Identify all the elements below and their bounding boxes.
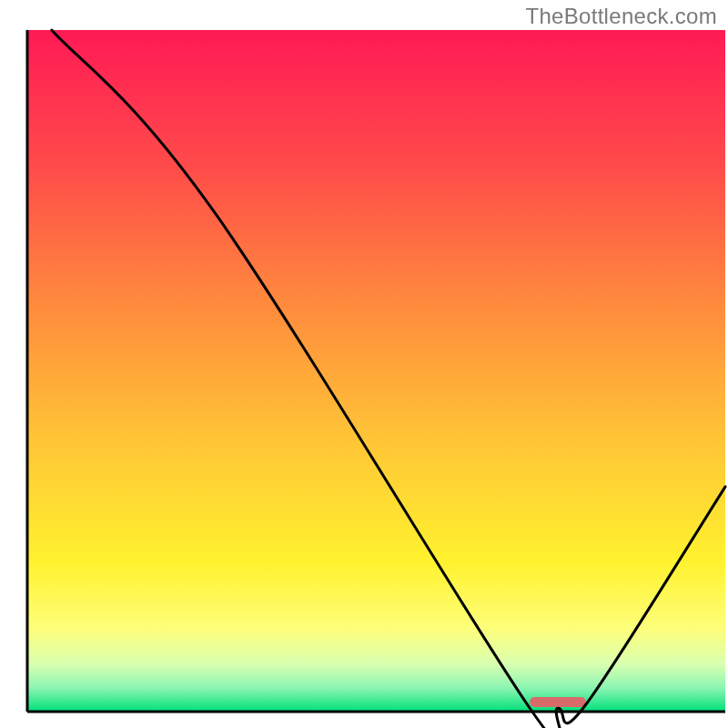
watermark-text: TheBottleneck.com [525,4,717,29]
highlight-bar [530,697,585,707]
bottleneck-chart-container: TheBottleneck.com [0,0,728,728]
plot-background [27,30,725,712]
bottleneck-chart-svg [0,0,728,728]
